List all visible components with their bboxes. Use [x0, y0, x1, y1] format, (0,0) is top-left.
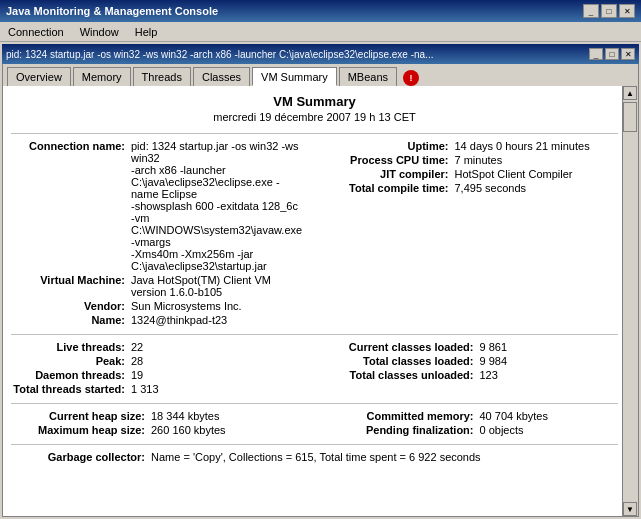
max-heap-row: Maximum heap size: 260 160 kbytes [11, 424, 315, 436]
divider-2 [11, 334, 618, 335]
cpu-time-value: 7 minutes [455, 154, 619, 166]
heap-section: Current heap size: 18 344 kbytes Maximum… [11, 410, 315, 438]
vm-summary-subtitle: mercredi 19 décembre 2007 19 h 13 CET [11, 111, 618, 123]
daemon-threads-label: Daemon threads: [11, 369, 131, 381]
cpu-time-label: Process CPU time: [325, 154, 455, 166]
minimize-button[interactable]: _ [583, 4, 599, 18]
peak-value: 28 [131, 355, 143, 367]
app-title: Java Monitoring & Management Console [6, 5, 218, 17]
uptime-label: Uptime: [325, 140, 455, 152]
tab-overview[interactable]: Overview [7, 67, 71, 86]
title-bar: Java Monitoring & Management Console _ □… [0, 0, 641, 22]
current-classes-value: 9 861 [480, 341, 508, 353]
total-classes-unloaded-label: Total classes unloaded: [315, 369, 480, 381]
name-label: Name: [11, 314, 131, 326]
sub-close-button[interactable]: ✕ [621, 48, 635, 60]
committed-memory-value: 40 704 kbytes [480, 410, 549, 422]
virtual-machine-value: Java HotSpot(TM) Client VM version 1.6.0… [131, 274, 305, 298]
menu-connection[interactable]: Connection [4, 25, 68, 39]
tab-classes[interactable]: Classes [193, 67, 250, 86]
live-threads-label: Live threads: [11, 341, 131, 353]
max-heap-label: Maximum heap size: [11, 424, 151, 436]
tab-bar: Overview Memory Threads Classes VM Summa… [2, 64, 639, 86]
total-classes-unloaded-value: 123 [480, 369, 498, 381]
tab-vm-summary[interactable]: VM Summary [252, 67, 337, 86]
daemon-threads-row: Daemon threads: 19 [11, 369, 315, 381]
vendor-label: Vendor: [11, 300, 131, 312]
committed-memory-row: Committed memory: 40 704 kbytes [315, 410, 619, 422]
cpu-time-row: Process CPU time: 7 minutes [325, 154, 619, 166]
live-threads-value: 22 [131, 341, 143, 353]
connection-name-value: pid: 1324 startup.jar -os win32 -ws win3… [131, 140, 305, 272]
divider-4 [11, 444, 618, 445]
tab-memory[interactable]: Memory [73, 67, 131, 86]
alert-icon: ! [403, 70, 419, 86]
gc-value: Name = 'Copy', Collections = 615, Total … [151, 451, 481, 463]
name-row: Name: 1324@thinkpad-t23 [11, 314, 305, 326]
pending-finalization-label: Pending finalization: [315, 424, 480, 436]
total-threads-row: Total threads started: 1 313 [11, 383, 315, 395]
pending-finalization-value: 0 objects [480, 424, 524, 436]
close-button[interactable]: ✕ [619, 4, 635, 18]
menu-bar: Connection Window Help [0, 22, 641, 42]
heap-memory-section: Current heap size: 18 344 kbytes Maximum… [11, 410, 618, 438]
connection-name-row: Connection name: pid: 1324 startup.jar -… [11, 140, 305, 272]
compile-time-row: Total compile time: 7,495 seconds [325, 182, 619, 194]
total-threads-label: Total threads started: [11, 383, 131, 395]
live-threads-row: Live threads: 22 [11, 341, 315, 353]
compile-time-label: Total compile time: [325, 182, 455, 194]
vendor-row: Vendor: Sun Microsystems Inc. [11, 300, 305, 312]
scroll-down-button[interactable]: ▼ [623, 502, 637, 516]
name-value: 1324@thinkpad-t23 [131, 314, 305, 326]
connection-name-label: Connection name: [11, 140, 131, 152]
uptime-row: Uptime: 14 days 0 hours 21 minutes [325, 140, 619, 152]
main-content: VM Summary mercredi 19 décembre 2007 19 … [3, 86, 638, 473]
garbage-collector-row: Garbage collector: Name = 'Copy', Collec… [11, 451, 618, 463]
vm-summary-title: VM Summary [11, 94, 618, 109]
current-classes-row: Current classes loaded: 9 861 [315, 341, 619, 353]
menu-window[interactable]: Window [76, 25, 123, 39]
scroll-thumb[interactable] [623, 102, 637, 132]
right-info: Uptime: 14 days 0 hours 21 minutes Proce… [315, 140, 619, 328]
total-classes-loaded-label: Total classes loaded: [315, 355, 480, 367]
maximize-button[interactable]: □ [601, 4, 617, 18]
uptime-value: 14 days 0 hours 21 minutes [455, 140, 619, 152]
compile-time-value: 7,495 seconds [455, 182, 619, 194]
threads-classes-section: Live threads: 22 Peak: 28 Daemon threads… [11, 341, 618, 397]
left-info: Connection name: pid: 1324 startup.jar -… [11, 140, 315, 328]
threads-section: Live threads: 22 Peak: 28 Daemon threads… [11, 341, 315, 397]
jit-label: JIT compiler: [325, 168, 455, 180]
total-classes-unloaded-row: Total classes unloaded: 123 [315, 369, 619, 381]
tab-mbeans[interactable]: MBeans [339, 67, 397, 86]
total-classes-loaded-row: Total classes loaded: 9 984 [315, 355, 619, 367]
virtual-machine-label: Virtual Machine: [11, 274, 131, 286]
current-heap-value: 18 344 kbytes [151, 410, 220, 422]
virtual-machine-row: Virtual Machine: Java HotSpot(TM) Client… [11, 274, 305, 298]
sub-minimize-button[interactable]: _ [589, 48, 603, 60]
max-heap-value: 260 160 kbytes [151, 424, 226, 436]
sub-window-title: pid: 1324 startup.jar -os win32 -ws win3… [6, 49, 433, 60]
sub-maximize-button[interactable]: □ [605, 48, 619, 60]
gc-label: Garbage collector: [11, 451, 151, 463]
jit-value: HotSpot Client Compiler [455, 168, 619, 180]
peak-row: Peak: 28 [11, 355, 315, 367]
divider-1 [11, 133, 618, 134]
current-heap-label: Current heap size: [11, 410, 151, 422]
total-threads-value: 1 313 [131, 383, 159, 395]
peak-label: Peak: [11, 355, 131, 367]
memory-section: Committed memory: 40 704 kbytes Pending … [315, 410, 619, 438]
title-bar-buttons: _ □ ✕ [583, 4, 635, 18]
classes-section: Current classes loaded: 9 861 Total clas… [315, 341, 619, 397]
divider-3 [11, 403, 618, 404]
top-info-section: Connection name: pid: 1324 startup.jar -… [11, 140, 618, 328]
sub-window-buttons: _ □ ✕ [589, 48, 635, 60]
vendor-value: Sun Microsystems Inc. [131, 300, 305, 312]
tab-threads[interactable]: Threads [133, 67, 191, 86]
total-classes-loaded-value: 9 984 [480, 355, 508, 367]
daemon-threads-value: 19 [131, 369, 143, 381]
scroll-up-button[interactable]: ▲ [623, 86, 637, 100]
scrollbar[interactable]: ▲ ▼ [622, 86, 638, 516]
menu-help[interactable]: Help [131, 25, 162, 39]
sub-window-title-bar: pid: 1324 startup.jar -os win32 -ws win3… [2, 44, 639, 64]
committed-memory-label: Committed memory: [315, 410, 480, 422]
